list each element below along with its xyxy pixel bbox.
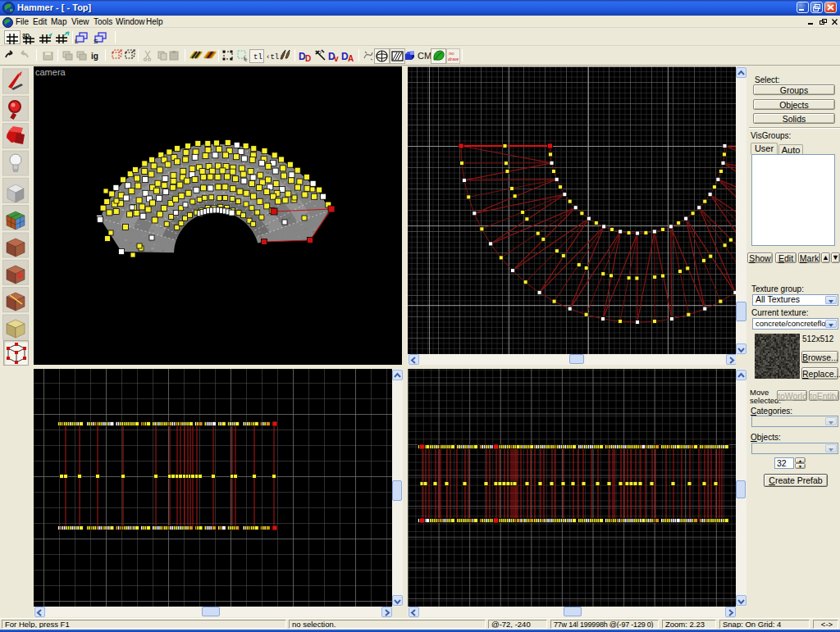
svg-text:A: A: [348, 54, 354, 63]
svg-text:3D: 3D: [22, 33, 30, 39]
svg-text:L: L: [75, 38, 79, 45]
svg-text:tl: tl: [253, 53, 262, 61]
svg-text:no: no: [449, 51, 454, 56]
svg-text:v: v: [334, 54, 339, 63]
svg-text:D: D: [305, 54, 311, 63]
svg-text:S: S: [94, 38, 98, 45]
svg-text:draw: draw: [448, 57, 459, 61]
svg-text:CM: CM: [418, 51, 431, 61]
svg-text:3D: 3D: [315, 50, 322, 55]
svg-text:ig: ig: [91, 52, 98, 61]
